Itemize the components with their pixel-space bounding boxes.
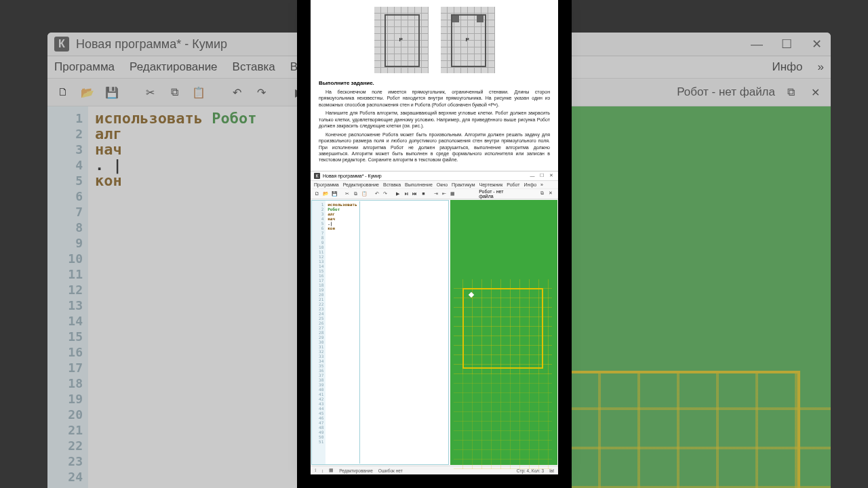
robot-panel-title: Робот - нет файла	[458, 189, 538, 199]
redo-icon[interactable]: ↷	[252, 83, 270, 101]
minimize-button[interactable]: —	[749, 37, 764, 52]
menu-item[interactable]: Редактирование	[343, 182, 379, 187]
menu-item[interactable]: Редактирование	[130, 60, 218, 74]
popout-icon[interactable]: ⧉	[782, 83, 800, 101]
status-mode: Редактирование	[339, 468, 373, 473]
ide-toolbar: 🗋 📂 💾 ✂ ⧉ 📋 ↶ ↷ ▶ ⏯ ⏭ ■ ⇥ ⇤ ▦ Робот - не	[311, 189, 558, 199]
paste-icon[interactable]: 📋	[361, 190, 368, 197]
menu-item[interactable]: Выполнение	[405, 182, 433, 187]
menu-more-icon[interactable]: »	[818, 60, 824, 74]
cut-icon[interactable]: ✂	[344, 190, 350, 197]
code-content[interactable]: использовать Робот алг нач .| кон	[326, 201, 359, 464]
run-icon[interactable]: ▶	[395, 190, 401, 197]
close-panel-icon[interactable]: ✕	[806, 83, 824, 101]
gutter: 123456789101112131415161718192021222324	[47, 106, 88, 488]
close-panel-icon[interactable]: ✕	[549, 190, 555, 197]
menu-more-icon[interactable]: »	[540, 182, 543, 187]
open-icon[interactable]: 📂	[79, 83, 96, 101]
menu-item[interactable]: Вставка	[383, 182, 401, 187]
menu-item[interactable]: Инфо	[772, 60, 802, 74]
ide-menubar: Программа Редактирование Вставка Выполне…	[311, 181, 558, 189]
status-icon: ↕	[321, 468, 323, 473]
menu-item[interactable]: Окно	[437, 182, 448, 187]
margin-pane	[359, 201, 448, 464]
app-logo-icon: К	[314, 173, 320, 179]
menu-item[interactable]: Инфо	[524, 182, 537, 187]
status-icon: ▦	[329, 468, 334, 473]
popout-icon[interactable]: ⧉	[540, 190, 547, 197]
task-diagram-right: Р	[441, 7, 495, 73]
undo-icon[interactable]: ↶	[374, 190, 380, 197]
status-errors: Ошибок нет	[378, 468, 403, 473]
copy-icon[interactable]: ⧉	[353, 190, 359, 197]
indent-icon[interactable]: ⇥	[433, 190, 439, 197]
window-title: Новая программа* - Кумир	[323, 174, 382, 178]
paste-icon[interactable]: 📋	[190, 83, 208, 101]
redo-icon[interactable]: ↷	[382, 190, 389, 197]
task-diagram-left: Р	[374, 7, 429, 73]
kumir-ide-embedded: К Новая программа* - Кумир — ☐ ✕ Програм…	[311, 171, 558, 474]
ide-titlebar: К Новая программа* - Кумир — ☐ ✕	[311, 171, 558, 181]
undo-icon[interactable]: ↶	[228, 83, 245, 101]
robot-wall	[462, 288, 543, 369]
save-icon[interactable]: 💾	[103, 83, 121, 101]
menu-item[interactable]: Чертежник	[479, 182, 503, 187]
app-logo-icon: К	[54, 37, 69, 52]
menu-item[interactable]: Вставка	[233, 60, 275, 74]
task-heading: Выполните задание.	[319, 80, 550, 86]
dedent-icon[interactable]: ⇤	[441, 190, 448, 197]
robot-panel-title: Робот - нет файла	[677, 85, 775, 99]
menu-item[interactable]: Практикум	[452, 182, 475, 187]
menu-item[interactable]: Программа	[314, 182, 339, 187]
task-description: Р Р Выполните задание. На бесконечном по…	[311, 0, 558, 171]
minimize-button[interactable]: —	[529, 174, 536, 178]
robot-field[interactable]	[450, 200, 557, 465]
close-button[interactable]: ✕	[809, 37, 824, 52]
task-text: На бесконечном поле имеется прямоугольни…	[319, 89, 550, 163]
step-icon[interactable]: ⏯	[403, 190, 410, 197]
maximize-button[interactable]: ☐	[779, 37, 794, 52]
new-icon[interactable]: 🗋	[314, 190, 320, 197]
close-button[interactable]: ✕	[548, 173, 555, 178]
open-icon[interactable]: 📂	[323, 190, 329, 197]
code-editor[interactable]: 1234567891011121314151617181920212223242…	[311, 200, 449, 465]
foreground-card: Р Р Выполните задание. На бесконечном по…	[311, 0, 558, 474]
grid-icon[interactable]: ▦	[450, 190, 456, 197]
status-icon: ⟟	[315, 468, 316, 473]
robot-field-bg	[561, 106, 831, 488]
stop-icon[interactable]: ■	[420, 190, 427, 197]
save-icon[interactable]: 💾	[332, 190, 338, 197]
menu-item[interactable]: Программа	[54, 60, 115, 74]
copy-icon[interactable]: ⧉	[165, 83, 183, 101]
cut-icon[interactable]: ✂	[141, 83, 159, 101]
new-icon[interactable]: 🗋	[54, 83, 72, 101]
gutter: 1234567891011121314151617181920212223242…	[312, 201, 326, 464]
maximize-button[interactable]: ☐	[538, 173, 545, 178]
step-over-icon[interactable]: ⏭	[412, 190, 418, 197]
window-title: Новая программа* - Кумир	[76, 37, 227, 52]
menu-item[interactable]: Робот	[507, 182, 519, 187]
